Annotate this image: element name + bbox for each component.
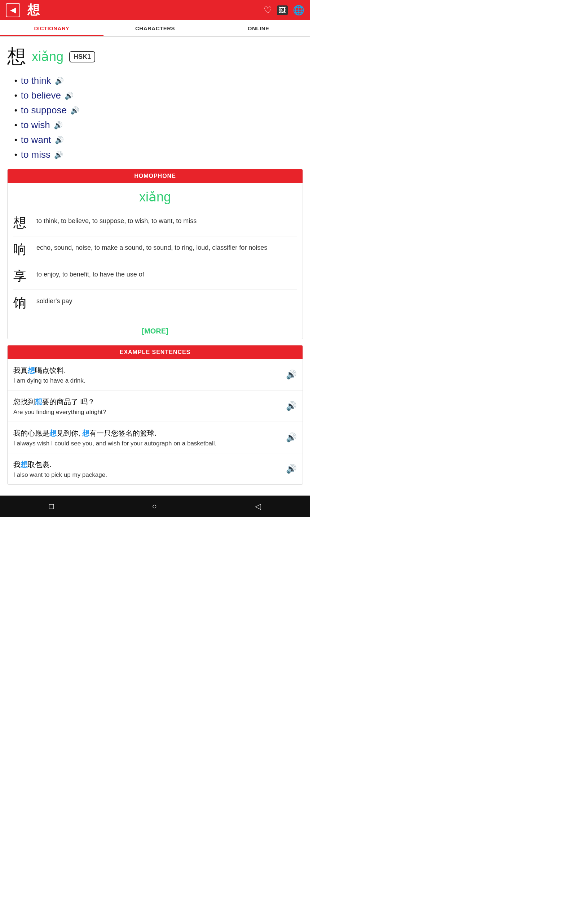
definition-item: • to suppose 🔊 (15, 105, 303, 116)
homophone-item-4: 饷 soldier's pay (13, 290, 297, 316)
highlight-3b: 想 (82, 429, 89, 437)
example-english-2: Are you finding everything alright? (13, 409, 282, 416)
highlight-1: 想 (28, 366, 35, 374)
example-sound-3[interactable]: 🔊 (286, 432, 297, 443)
example-chinese-2: 您找到想要的商品了 吗？ (13, 396, 282, 407)
example-chinese-3: 我的心愿是想见到你, 想有一只您签名的篮球. (13, 428, 282, 439)
word-header: 想 xiǎng HSK1 (7, 44, 303, 69)
example-sentences-header: EXAMPLE SENTENCES (8, 346, 303, 359)
def-text-4: to wish (21, 120, 50, 131)
homo-char-2: 响 (13, 241, 30, 258)
definition-item: • to wish 🔊 (15, 120, 303, 131)
homophone-section: HOMOPHONE xiǎng 想 to think, to believe, … (7, 169, 303, 339)
example-english-1: I am dying to have a drink. (13, 377, 282, 384)
example-sound-4[interactable]: 🔊 (286, 464, 297, 474)
image-icon[interactable]: 🖼 (277, 5, 288, 15)
nav-back-icon[interactable]: ◁ (255, 502, 261, 511)
more-link[interactable]: [MORE] (8, 322, 303, 339)
top-title: 想 (27, 2, 40, 18)
example-chinese-4: 我想取包裹. (13, 459, 282, 470)
example-chinese-1: 我真想喝点饮料. (13, 365, 282, 376)
sound-icon-2[interactable]: 🔊 (64, 91, 74, 100)
highlight-4: 想 (21, 460, 28, 468)
example-item-1: 我真想喝点饮料. I am dying to have a drink. 🔊 (8, 359, 303, 391)
nav-circle-icon[interactable]: ○ (152, 502, 156, 511)
example-item-4: 我想取包裹. I also want to pick up my package… (8, 453, 303, 485)
homo-char-4: 饷 (13, 294, 30, 312)
example-sound-2[interactable]: 🔊 (286, 401, 297, 411)
definition-item: • to think 🔊 (15, 75, 303, 86)
sound-icon-1[interactable]: 🔊 (55, 76, 64, 85)
word-character: 想 (7, 44, 26, 69)
tab-bar: DICTIONARY CHARACTERS ONLINE (0, 20, 310, 37)
back-button[interactable]: ◀ (6, 3, 20, 17)
word-pinyin: xiǎng (32, 49, 63, 64)
main-content: 想 xiǎng HSK1 • to think 🔊 • to believe 🔊… (0, 37, 310, 488)
heart-icon[interactable]: ♡ (264, 5, 272, 16)
tab-dictionary[interactable]: DICTIONARY (0, 20, 103, 36)
example-text-block-1: 我真想喝点饮料. I am dying to have a drink. (13, 365, 282, 384)
homophone-item-1: 想 to think, to believe, to suppose, to w… (13, 210, 297, 236)
example-english-3: I always wish I could see you, and wish … (13, 440, 282, 447)
sound-icon-5[interactable]: 🔊 (55, 136, 64, 144)
def-text-5: to want (21, 134, 51, 145)
example-text-block-2: 您找到想要的商品了 吗？ Are you finding everything … (13, 396, 282, 416)
definition-item: • to believe 🔊 (15, 90, 303, 101)
def-text-2: to believe (21, 90, 61, 101)
sound-icon-4[interactable]: 🔊 (54, 121, 63, 129)
homophone-header: HOMOPHONE (8, 169, 303, 183)
example-sound-1[interactable]: 🔊 (286, 370, 297, 380)
highlight-2: 想 (35, 398, 42, 406)
globe-icon[interactable]: 🌐 (293, 5, 305, 16)
homo-def-2: echo, sound, noise, to make a sound, to … (36, 241, 267, 253)
example-text-block-4: 我想取包裹. I also want to pick up my package… (13, 459, 282, 478)
homophone-list: 想 to think, to believe, to suppose, to w… (8, 210, 303, 322)
definitions-list: • to think 🔊 • to believe 🔊 • to suppose… (15, 75, 303, 160)
example-item-3: 我的心愿是想见到你, 想有一只您签名的篮球. I always wish I c… (8, 422, 303, 453)
homophone-pinyin: xiǎng (8, 183, 303, 210)
homo-def-4: soldier's pay (36, 294, 72, 306)
tab-characters[interactable]: CHARACTERS (103, 20, 207, 36)
sound-icon-6[interactable]: 🔊 (54, 150, 63, 159)
nav-square-icon[interactable]: □ (49, 502, 54, 511)
homo-char-1: 想 (13, 214, 30, 232)
example-sentences-section: EXAMPLE SENTENCES 我真想喝点饮料. I am dying to… (7, 345, 303, 485)
sound-icon-3[interactable]: 🔊 (70, 106, 79, 115)
homo-def-1: to think, to believe, to suppose, to wis… (36, 214, 197, 226)
definition-item: • to miss 🔊 (15, 149, 303, 160)
homophone-item-3: 享 to enjoy, to benefit, to have the use … (13, 263, 297, 290)
def-text-1: to think (21, 75, 51, 86)
bottom-nav: □ ○ ◁ (0, 496, 310, 517)
example-english-4: I also want to pick up my package. (13, 472, 282, 478)
homo-def-3: to enjoy, to benefit, to have the use of (36, 267, 144, 279)
tab-online[interactable]: ONLINE (206, 20, 310, 36)
example-item-2: 您找到想要的商品了 吗？ Are you finding everything … (8, 391, 303, 422)
top-icons: ♡ 🖼 🌐 (264, 5, 305, 16)
definition-item: • to want 🔊 (15, 134, 303, 145)
homo-char-3: 享 (13, 267, 30, 285)
highlight-3a: 想 (49, 429, 56, 437)
example-text-block-3: 我的心愿是想见到你, 想有一只您签名的篮球. I always wish I c… (13, 428, 282, 447)
homophone-item-2: 响 echo, sound, noise, to make a sound, t… (13, 236, 297, 263)
def-text-3: to suppose (21, 105, 67, 116)
hsk-badge: HSK1 (69, 51, 95, 63)
def-text-6: to miss (21, 149, 50, 160)
back-icon: ◀ (10, 5, 16, 15)
top-bar: ◀ 想 ♡ 🖼 🌐 (0, 0, 310, 20)
